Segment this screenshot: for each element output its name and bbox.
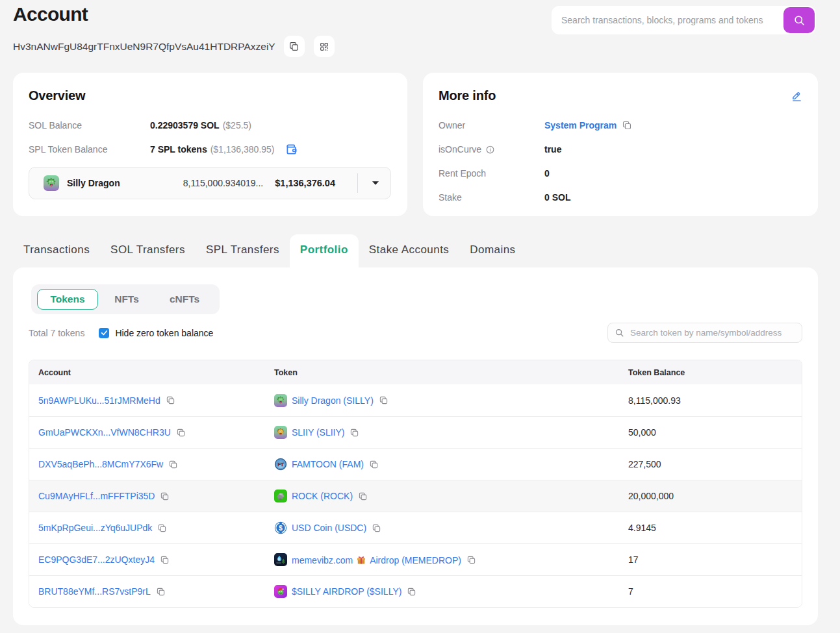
- copy-token-button[interactable]: [379, 395, 388, 405]
- sol-balance-usd: ($25.5): [223, 120, 251, 130]
- global-search-input[interactable]: [552, 15, 783, 25]
- page: Account Hv3nANwFgU84grTFnxUeN9R7QfpVsAu4…: [13, 0, 818, 633]
- copy-token-button[interactable]: [466, 555, 476, 565]
- token-link[interactable]: SLIIY (SLIIY): [292, 427, 344, 438]
- account-link[interactable]: EC9PQG3dE7...2zUQxteyJ4: [38, 554, 155, 565]
- token-icon-silly-dragon: [274, 394, 287, 407]
- token-icon-memedrop: [274, 553, 287, 566]
- hide-zero-checkbox[interactable]: [99, 328, 109, 338]
- tab-portfolio[interactable]: Portfolio: [290, 234, 359, 267]
- rent-epoch-label: Rent Epoch: [439, 168, 544, 179]
- token-link[interactable]: memevibz.comAirdrop (MEMEDROP): [292, 554, 461, 565]
- token-balance: 7: [628, 586, 802, 597]
- copy-token-button[interactable]: [407, 587, 416, 597]
- token-balance: 50,000: [628, 427, 802, 438]
- copy-icon: [156, 587, 166, 597]
- copy-account-button[interactable]: [157, 523, 167, 533]
- account-link[interactable]: BRUT88eYMf...RS7vstP9rL: [38, 586, 151, 597]
- copy-icon: [622, 120, 632, 130]
- hide-zero-label[interactable]: Hide zero token balance: [115, 328, 213, 338]
- token-balance: 20,000,000: [628, 491, 802, 501]
- copy-token-button[interactable]: [372, 523, 381, 533]
- subtab-nfts[interactable]: NFTs: [98, 289, 155, 310]
- stake-row: Stake 0 SOL: [439, 192, 802, 203]
- page-title: Account: [13, 3, 88, 25]
- copy-token-button[interactable]: [369, 460, 379, 469]
- token-balance: 4.9145: [628, 523, 802, 533]
- tab-transactions[interactable]: Transactions: [13, 234, 100, 267]
- tab-spl-transfers[interactable]: SPL Transfers: [196, 234, 290, 267]
- copy-owner-button[interactable]: [622, 120, 632, 130]
- token-select-amount: 8,115,000.934019...: [183, 178, 264, 188]
- isoncurve-value: true: [544, 144, 561, 155]
- edit-button[interactable]: [791, 91, 802, 102]
- copy-icon: [358, 491, 368, 501]
- global-search-bar: [552, 6, 816, 34]
- account-link[interactable]: Cu9MAyHFLf...mFFFTPi35D: [38, 491, 155, 501]
- total-tokens-text: Total 7 tokens: [29, 328, 84, 338]
- token-search-input[interactable]: [624, 328, 795, 338]
- account-link[interactable]: GmUaPWCKXn...VfWN8CHR3U: [38, 427, 171, 438]
- copy-icon: [176, 428, 186, 438]
- copy-account-button[interactable]: [156, 587, 166, 597]
- info-icon[interactable]: [485, 145, 495, 155]
- token-select-dropdown[interactable]: Silly Dragon 8,115,000.934019... $1,136,…: [29, 167, 391, 199]
- account-address: Hv3nANwFgU84grTFnxUeN9R7QfpVsAu41HTDRPAx…: [13, 41, 275, 53]
- stake-label: Stake: [439, 192, 544, 203]
- table-row: GmUaPWCKXn...VfWN8CHR3U SLIIY (SLIIY) 50…: [29, 416, 802, 448]
- token-link[interactable]: FAMTOON (FAM): [292, 459, 364, 469]
- tab-sol-transfers[interactable]: SOL Transfers: [100, 234, 196, 267]
- search-icon: [615, 328, 624, 338]
- table-header: Account Token Token Balance: [29, 360, 802, 384]
- copy-icon: [288, 41, 299, 52]
- copy-account-button[interactable]: [160, 555, 170, 565]
- sol-balance-value: 0.22903579 SOL: [150, 120, 220, 130]
- more-info-card: More info Owner System Program isOnCurve…: [423, 73, 818, 216]
- isoncurve-label: isOnCurve: [439, 144, 481, 155]
- table-row: 5n9AWPLUKu...51rJMRMeHd Silly Dragon (SI…: [29, 384, 802, 416]
- table-row-highlighted: Cu9MAyHFLf...mFFFTPi35D ROCK (ROCK) 20,0…: [29, 480, 802, 512]
- subtab-cnfts[interactable]: cNFTs: [155, 289, 214, 310]
- account-link[interactable]: 5mKpRpGeui...zYq6uJUPdk: [38, 523, 152, 533]
- owner-link[interactable]: System Program: [544, 120, 617, 130]
- global-search-button[interactable]: [783, 7, 815, 33]
- owner-label: Owner: [439, 120, 544, 130]
- copy-account-button[interactable]: [166, 395, 175, 405]
- sol-balance-label: SOL Balance: [29, 120, 150, 130]
- more-info-title: More info: [439, 88, 802, 103]
- spl-balance-row: SPL Token Balance 7 SPL tokens ($1,136,3…: [29, 143, 392, 155]
- qr-code-button[interactable]: [314, 36, 335, 57]
- gift-icon: [356, 554, 366, 565]
- token-link[interactable]: USD Coin (USDC): [292, 523, 366, 533]
- copy-icon: [407, 587, 416, 597]
- copy-token-button[interactable]: [358, 491, 368, 501]
- account-address-row: Hv3nANwFgU84grTFnxUeN9R7QfpVsAu41HTDRPAx…: [13, 36, 335, 57]
- copy-token-button[interactable]: [350, 428, 359, 438]
- table-row: EC9PQG3dE7...2zUQxteyJ4 memevibz.comAird…: [29, 543, 802, 575]
- account-link[interactable]: DXV5aqBePh...8MCmY7X6Fw: [38, 459, 163, 469]
- subtab-tokens[interactable]: Tokens: [37, 289, 98, 310]
- header-account: Account: [29, 368, 274, 377]
- tab-stake-accounts[interactable]: Stake Accounts: [359, 234, 459, 267]
- copy-account-button[interactable]: [176, 428, 186, 438]
- pen-icon: [791, 91, 802, 102]
- rent-epoch-value: 0: [544, 168, 550, 179]
- token-link[interactable]: $SILLY AIRDROP ($SILLY): [292, 586, 401, 597]
- search-icon: [793, 14, 806, 27]
- spl-balance-usd: ($1,136,380.95): [210, 144, 275, 155]
- copy-icon: [466, 555, 476, 565]
- tab-domains[interactable]: Domains: [459, 234, 526, 267]
- sol-balance-row: SOL Balance 0.22903579 SOL ($25.5): [29, 119, 392, 131]
- account-link[interactable]: 5n9AWPLUKu...51rJMRMeHd: [38, 395, 160, 406]
- wallet-icon[interactable]: [285, 143, 298, 156]
- copy-address-button[interactable]: [284, 36, 305, 57]
- main-tabs: Transactions SOL Transfers SPL Transfers…: [13, 234, 526, 267]
- copy-account-button[interactable]: [160, 491, 170, 501]
- token-link[interactable]: Silly Dragon (SILLY): [292, 395, 374, 406]
- token-icon-usdc: [274, 521, 287, 534]
- portfolio-panel: Tokens NFTs cNFTs Total 7 tokens Hide ze…: [13, 267, 818, 625]
- copy-icon: [168, 460, 178, 469]
- copy-account-button[interactable]: [168, 460, 178, 469]
- copy-icon: [160, 491, 170, 501]
- token-link[interactable]: ROCK (ROCK): [292, 491, 353, 501]
